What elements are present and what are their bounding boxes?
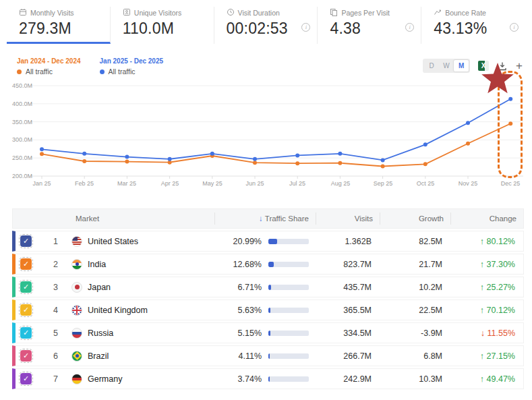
growth-value: 10.3M bbox=[380, 374, 450, 384]
growth-value: -3.9M bbox=[380, 328, 450, 338]
check-icon: ✓ bbox=[23, 328, 29, 337]
table-row[interactable]: ✓ 5 Russia 5.15% 334.5M -3.9M ↓ 11.55% bbox=[12, 322, 524, 343]
table-row[interactable]: ✓ 7 Germany 3.74% 242.9M 10.3M ↑ 49.47% bbox=[12, 368, 524, 389]
visits-value: 435.7M bbox=[316, 283, 380, 292]
table-row[interactable]: ✓ 6 Brazil 4.11% 266.7M 6.8M ↑ 27.15% bbox=[12, 345, 524, 366]
change-value: ↑ 80.12% bbox=[450, 237, 523, 246]
change-value: ↑ 49.47% bbox=[450, 374, 523, 384]
y-axis-label: 200.0M bbox=[5, 173, 32, 179]
traffic-share-value: 5.63% bbox=[214, 306, 262, 315]
country-name: United Kingdom bbox=[88, 306, 148, 315]
chart-legend: Jan 2024 - Dec 2024 All traffic Jan 2025… bbox=[17, 57, 163, 76]
flag-india-icon bbox=[71, 259, 82, 270]
granularity-month-button[interactable]: M bbox=[454, 60, 469, 72]
change-arrow-icon: ↑ bbox=[480, 283, 484, 292]
metric-unique-visitors[interactable]: Unique Visitors 110.0M bbox=[111, 7, 214, 44]
traffic-share-value: 20.99% bbox=[214, 237, 262, 246]
metric-pages-per-visit[interactable]: Pages Per Visit 4.38 i bbox=[318, 7, 421, 44]
growth-value: 82.5M bbox=[380, 237, 450, 246]
legend-item-2025[interactable]: Jan 2025 - Dec 2025 All traffic bbox=[100, 57, 164, 76]
metric-visit-duration[interactable]: Visit Duration 00:02:53 i bbox=[214, 7, 318, 44]
row-checkbox[interactable]: ✓ bbox=[20, 235, 32, 247]
row-checkbox[interactable]: ✓ bbox=[20, 350, 32, 362]
row-checkbox[interactable]: ✓ bbox=[20, 373, 32, 384]
table-row[interactable]: ✓ 4 United Kingdom 5.63% 365.5M 22.5M ↑ … bbox=[12, 299, 524, 320]
x-axis-label: Oct 25 bbox=[409, 180, 442, 187]
table-row[interactable]: ✓ 2 India 12.68% 823.7M 21.7M ↑ 37.30% bbox=[12, 254, 524, 275]
country-name: Brazil bbox=[88, 351, 109, 361]
x-axis-label: Nov 25 bbox=[451, 180, 485, 187]
country-name: Russia bbox=[88, 328, 113, 338]
x-axis-label: Feb 25 bbox=[67, 180, 101, 187]
header-visits[interactable]: Visits bbox=[316, 212, 380, 225]
flag-united-states-icon bbox=[71, 236, 82, 247]
metric-value: 110.0M bbox=[123, 20, 207, 38]
metric-monthly-visits[interactable]: Monthly Visits 279.3M bbox=[7, 7, 111, 44]
row-checkbox[interactable]: ✓ bbox=[20, 304, 32, 316]
metric-label: Unique Visitors bbox=[134, 9, 181, 17]
header-market[interactable]: Market bbox=[69, 215, 214, 223]
x-axis-label: Aug 25 bbox=[324, 180, 357, 187]
info-icon[interactable]: i bbox=[510, 23, 519, 32]
row-checkbox[interactable]: ✓ bbox=[20, 327, 32, 339]
legend-series-label: All traffic bbox=[109, 67, 136, 76]
table-row[interactable]: ✓ 1 United States 20.99% 1.362B 82.5M ↑ … bbox=[12, 231, 524, 252]
check-icon: ✓ bbox=[23, 260, 29, 268]
header-growth[interactable]: Growth bbox=[380, 212, 450, 225]
check-icon: ✓ bbox=[23, 351, 29, 360]
traffic-share-value: 12.68% bbox=[214, 260, 262, 269]
country-name: Germany bbox=[88, 374, 122, 384]
header-traffic-share[interactable]: ↓Traffic Share bbox=[214, 212, 316, 225]
metric-value: 4.38 bbox=[330, 20, 414, 38]
line-chart[interactable] bbox=[0, 77, 532, 185]
visits-value: 1.362B bbox=[316, 237, 380, 246]
metric-bounce-rate[interactable]: Bounce Rate 43.13% i bbox=[421, 7, 525, 44]
country-name: United States bbox=[88, 237, 138, 246]
flag-united-kingdom-icon bbox=[71, 305, 82, 316]
metric-value: 279.3M bbox=[19, 20, 103, 38]
flag-germany-icon bbox=[71, 374, 82, 384]
traffic-share-bar bbox=[268, 308, 309, 313]
row-checkbox[interactable]: ✓ bbox=[20, 281, 32, 293]
change-value: ↑ 25.27% bbox=[450, 283, 523, 292]
y-axis-label: 450.0M bbox=[5, 82, 32, 89]
header-change[interactable]: Change bbox=[450, 212, 523, 225]
change-arrow-icon: ↑ bbox=[480, 306, 484, 315]
traffic-share-value: 6.71% bbox=[214, 283, 262, 292]
y-axis-label: 400.0M bbox=[5, 101, 32, 107]
granularity-week-button[interactable]: W bbox=[439, 60, 454, 72]
metric-label: Monthly Visits bbox=[30, 9, 74, 17]
visits-value: 242.9M bbox=[316, 374, 380, 384]
change-value: ↑ 37.30% bbox=[450, 260, 523, 269]
visits-value: 823.7M bbox=[316, 260, 380, 269]
sort-desc-icon: ↓ bbox=[259, 215, 263, 223]
calendar-icon bbox=[19, 8, 27, 18]
row-rank: 1 bbox=[41, 237, 71, 246]
growth-value: 10.2M bbox=[380, 283, 450, 292]
row-rank: 4 bbox=[41, 306, 71, 315]
traffic-share-value: 3.74% bbox=[214, 374, 262, 384]
metric-label: Bounce Rate bbox=[445, 9, 486, 17]
traffic-share-bar bbox=[268, 262, 309, 267]
row-checkbox[interactable]: ✓ bbox=[20, 258, 32, 270]
granularity-switch: D W M bbox=[423, 59, 470, 73]
country-name: Japan bbox=[88, 283, 111, 292]
x-axis-label: Jan 25 bbox=[25, 180, 59, 187]
row-rank: 5 bbox=[41, 328, 71, 338]
change-arrow-icon: ↑ bbox=[480, 374, 484, 384]
row-rank: 6 bbox=[41, 351, 71, 361]
check-icon: ✓ bbox=[23, 283, 29, 291]
add-compare-button[interactable]: + bbox=[516, 61, 523, 71]
growth-value: 6.8M bbox=[380, 351, 450, 361]
change-value: ↓ 11.55% bbox=[450, 328, 523, 338]
pages-icon bbox=[330, 8, 338, 18]
granularity-day-button[interactable]: D bbox=[424, 60, 439, 72]
legend-item-2024[interactable]: Jan 2024 - Dec 2024 All traffic bbox=[17, 57, 81, 76]
table-row[interactable]: ✓ 3 Japan 6.71% 435.7M 10.2M ↑ 25.27% bbox=[12, 277, 524, 297]
flag-russia-icon bbox=[71, 328, 82, 339]
metric-value: 43.13% bbox=[434, 20, 519, 38]
flag-brazil-icon bbox=[71, 351, 82, 362]
metric-label: Visit Duration bbox=[238, 9, 280, 17]
legend-date-range: Jan 2025 - Dec 2025 bbox=[100, 57, 164, 65]
metrics-bar: Monthly Visits 279.3M Unique Visitors 11… bbox=[0, 7, 532, 44]
